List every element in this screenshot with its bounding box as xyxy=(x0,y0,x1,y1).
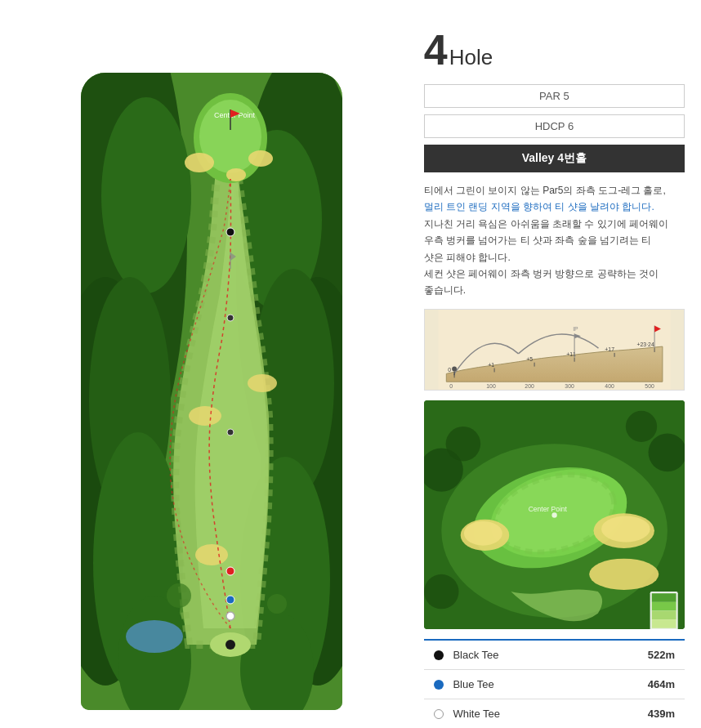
desc-line3: 지나친 거리 욕심은 아쉬움을 초래할 수 있기에 페어웨이 xyxy=(424,218,668,230)
svg-rect-77 xyxy=(652,593,676,602)
page-container: Center Point xyxy=(0,0,701,728)
hdcp-label: HDCP 6 xyxy=(535,120,574,132)
svg-point-31 xyxy=(167,583,191,608)
hole-label-text: Hole xyxy=(449,45,493,70)
blue-tee-cell: Blue Tee xyxy=(424,669,593,699)
svg-text:+17: +17 xyxy=(605,346,614,352)
svg-point-18 xyxy=(185,153,214,172)
svg-point-33 xyxy=(227,315,234,321)
svg-rect-79 xyxy=(652,610,676,619)
svg-point-61 xyxy=(452,366,457,371)
table-row: Blue Tee 464m xyxy=(424,669,685,699)
svg-point-26 xyxy=(226,596,234,604)
svg-text:0: 0 xyxy=(448,367,451,373)
desc-line5: 샷은 피해야 합니다. xyxy=(424,252,511,263)
hdcp-box: HDCP 6 xyxy=(424,114,685,138)
black-tee-dot xyxy=(434,650,444,660)
par-label: PAR 5 xyxy=(539,90,569,102)
svg-point-5 xyxy=(101,97,191,293)
desc-line7: 좋습니다. xyxy=(424,284,466,296)
blue-tee-distance: 464m xyxy=(593,669,685,699)
hole-number: 4 xyxy=(424,29,448,71)
table-row: White Tee 439m xyxy=(424,699,685,728)
hole-title: 4 Hole xyxy=(424,29,685,71)
svg-text:Center Point: Center Point xyxy=(528,505,567,513)
white-tee-label: White Tee xyxy=(453,708,500,720)
svg-point-70 xyxy=(464,521,502,546)
svg-text:300: 300 xyxy=(565,383,574,389)
svg-point-19 xyxy=(248,150,273,167)
black-tee-label: Black Tee xyxy=(453,649,498,661)
svg-point-25 xyxy=(226,567,234,575)
svg-text:low: low xyxy=(651,628,659,629)
svg-rect-80 xyxy=(652,619,676,628)
svg-point-32 xyxy=(267,594,287,614)
desc-line1: 티에서 그린이 보이지 않는 Par5의 좌측 도그-레그 홀로, xyxy=(424,185,666,196)
tee-table: Black Tee 522m Blue Tee 464m White Tee 4… xyxy=(424,639,685,728)
svg-point-20 xyxy=(226,168,246,181)
svg-point-84 xyxy=(648,433,685,471)
svg-text:100: 100 xyxy=(486,383,496,389)
svg-text:+5: +5 xyxy=(526,355,533,361)
svg-point-72 xyxy=(601,516,650,542)
svg-rect-78 xyxy=(652,602,676,611)
left-panel: Center Point xyxy=(8,16,416,728)
svg-text:200: 200 xyxy=(525,383,534,389)
valley-box: Valley 4번홀 xyxy=(424,145,685,172)
svg-text:+23·24: +23·24 xyxy=(636,342,654,347)
valley-name: Valley 4번홀 xyxy=(522,151,587,164)
svg-point-83 xyxy=(445,427,480,462)
desc-line6: 세컨 샷은 페어웨이 좌측 벙커 방향으로 공략하는 것이 xyxy=(424,268,659,279)
black-tee-distance: 522m xyxy=(593,640,685,670)
svg-point-23 xyxy=(195,544,228,565)
svg-text:+1: +1 xyxy=(488,361,494,367)
right-panel: 4 Hole PAR 5 HDCP 6 Valley 4번홀 티에서 그린이 보… xyxy=(416,16,693,728)
svg-point-86 xyxy=(424,574,459,610)
green-aerial-view: Center Point low xyxy=(424,400,685,629)
svg-text:IP: IP xyxy=(573,326,578,332)
svg-point-30 xyxy=(225,640,235,650)
svg-point-73 xyxy=(589,558,659,589)
table-row: Black Tee 522m xyxy=(424,640,685,670)
white-tee-dot xyxy=(434,709,444,719)
svg-point-85 xyxy=(626,411,657,442)
blue-tee-dot xyxy=(434,680,444,690)
blue-tee-label: Blue Tee xyxy=(453,678,493,690)
desc-line4: 우측 벙커를 넘어가는 티 샷과 좌측 숲을 넘기려는 티 xyxy=(424,234,652,246)
svg-point-24 xyxy=(226,228,234,236)
par-box: PAR 5 xyxy=(424,84,685,108)
svg-point-75 xyxy=(551,512,556,517)
hole-description: 티에서 그린이 보이지 않는 Par5의 좌측 도그-레그 홀로, 멀리 트인 … xyxy=(424,182,685,299)
white-tee-cell: White Tee xyxy=(424,699,593,728)
svg-text:400: 400 xyxy=(605,383,614,389)
black-tee-cell: Black Tee xyxy=(424,640,593,670)
course-illustration: Center Point xyxy=(81,73,342,710)
elevation-chart: 0 +1 +5 +11 +17 +23·24 IP 0 100 200 xyxy=(424,309,685,391)
svg-text:500: 500 xyxy=(645,383,654,389)
svg-point-22 xyxy=(248,374,277,392)
white-tee-distance: 439m xyxy=(593,699,685,728)
svg-text:0: 0 xyxy=(449,383,453,389)
svg-point-21 xyxy=(189,406,221,426)
desc-line2: 멀리 트인 랜딩 지역을 향하여 티 샷을 날려야 합니다. xyxy=(424,201,654,212)
svg-point-28 xyxy=(126,620,183,653)
svg-point-27 xyxy=(226,612,234,620)
svg-point-34 xyxy=(227,429,234,435)
